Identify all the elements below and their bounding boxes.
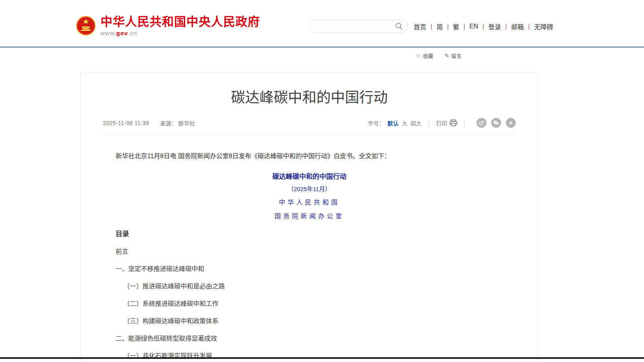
meta-divider [103,134,516,135]
fontsize-default-button[interactable]: 默认 [388,119,399,127]
message-label: 留言 [451,52,462,59]
bottom-edge-line [0,357,644,359]
page-actions: ☆ 收藏 ✎ 留言 [416,52,473,59]
toc-heading: 目录 [103,230,516,239]
document-heading-block: 碳达峰碳中和的中国行动 （2025年11月） 中华人民共和国 国务院新闻办公室 [103,171,516,220]
share-qzone-button[interactable]: ★ [506,118,516,128]
publish-date: 2025-11-08 11:39 [103,120,149,126]
nav-separator: | [447,23,449,30]
share-group: ★ [472,118,516,128]
toc-item-section2-1: （一）非化石能源实现跃升发展 [103,352,516,360]
star-outline-icon: ☆ [416,52,421,59]
message-button[interactable]: ✎ 留言 [444,52,462,59]
site-text: 中华人民共和国中央人民政府 www.gov.cn [101,15,260,36]
national-emblem-icon [76,16,96,36]
article-title: 碳达峰碳中和的中国行动 [103,88,516,108]
search-box [310,19,408,33]
article-card: 碳达峰碳中和的中国行动 2025-11-08 11:39 来源： 新华社 字号：… [80,72,538,362]
site-title: 中华人民共和国中央人民政府 [101,15,260,28]
site-header: 中华人民共和国中央人民政府 www.gov.cn 首页 | 简 | 繁 | EN… [0,0,644,47]
nav-login[interactable]: 登录 [488,22,501,31]
pencil-icon: ✎ [444,52,449,59]
toc-item-section1: 一、坚定不移推进碳达峰碳中和 [103,265,516,273]
share-wechat-button[interactable] [491,118,501,128]
nav-separator: | [528,23,530,30]
nav-english[interactable]: EN [469,23,478,30]
meta-right: 字号： 默认 大 超大 打印 [368,118,516,128]
fontsize-xlarge-button[interactable]: 超大 [410,119,422,127]
header-divider [0,47,644,47]
article-meta-row: 2025-11-08 11:39 来源： 新华社 字号： 默认 大 超大 打印 [103,118,516,128]
print-label: 打印 [436,119,447,127]
printer-icon [450,119,457,126]
meta-left: 2025-11-08 11:39 来源： 新华社 [103,119,195,127]
vertical-divider [464,120,465,126]
search-icon [395,22,403,30]
source-value[interactable]: 新华社 [178,119,195,127]
article-lead-paragraph: 新华社北京11月8日电 国务院新闻办公室8日发布《碳达峰碳中和的中国行动》白皮书… [103,152,516,161]
url-cn: .cn [128,30,137,36]
share-weibo-button[interactable] [477,118,486,128]
document-org-line1: 中华人民共和国 [103,197,516,207]
url-www: www. [101,30,116,36]
print-button[interactable]: 打印 [436,119,457,127]
vertical-divider [429,120,429,126]
nav-home[interactable]: 首页 [414,22,426,31]
site-url: www.gov.cn [101,30,260,36]
site-logo-area[interactable]: 中华人民共和国中央人民政府 www.gov.cn [76,15,260,36]
nav-simplified[interactable]: 简 [437,22,443,31]
fontsize-large-button[interactable]: 大 [402,119,407,127]
nav-traditional[interactable]: 繁 [453,22,459,31]
nav-separator: | [483,23,484,30]
nav-mail[interactable]: 邮箱 [511,22,524,31]
toc-item-section1-1: （一）推进碳达峰碳中和是必由之路 [103,282,516,291]
weibo-icon [479,120,484,126]
gov-cn-article-page: 中华人民共和国中央人民政府 www.gov.cn 首页 | 简 | 繁 | EN… [0,0,644,362]
nav-separator: | [464,23,465,30]
source-label: 来源： [160,119,177,127]
nav-accessibility[interactable]: 无障碍 [534,22,553,31]
toc-item-section2: 二、能源绿色低碳转型取得显著成效 [103,334,516,343]
favorite-button[interactable]: ☆ 收藏 [416,52,433,59]
top-nav: 首页 | 简 | 繁 | EN | 登录 | 邮箱 | 无障碍 [414,22,553,31]
document-org-line2: 国务院新闻办公室 [103,211,516,220]
fontsize-label: 字号： [368,119,384,127]
nav-separator: | [431,23,432,30]
search-button[interactable] [395,22,403,30]
wechat-icon [493,120,499,125]
toc-item-section1-3: （三）构建碳达峰碳中和政策体系 [103,317,516,326]
toc-item-section1-2: （二）系统推进碳达峰碳中和工作 [103,299,516,308]
nav-separator: | [505,23,507,30]
search-input[interactable] [316,23,395,29]
toc-item-preface: 前言 [103,247,516,256]
favorite-label: 收藏 [423,52,433,59]
star-icon: ★ [509,120,513,126]
document-title: 碳达峰碳中和的中国行动 [103,171,516,181]
document-date: （2025年11月） [103,184,516,193]
url-gov: gov [116,30,128,36]
